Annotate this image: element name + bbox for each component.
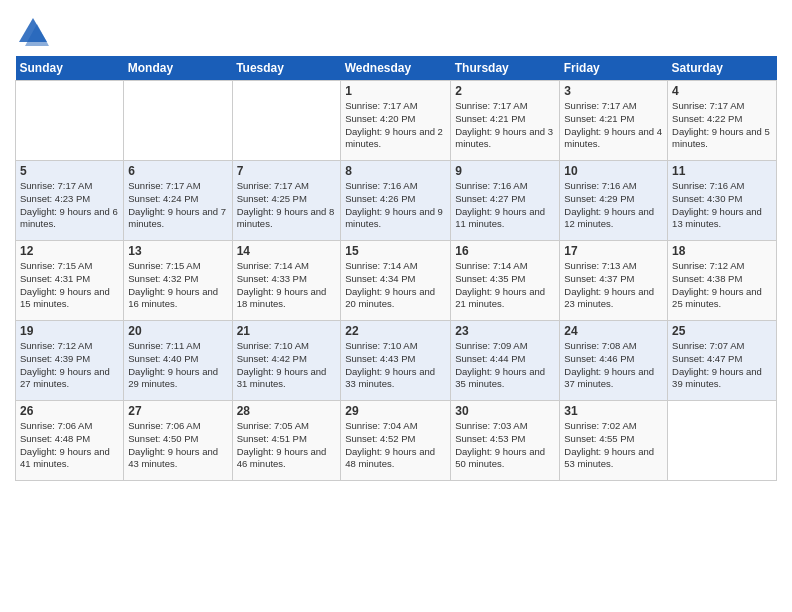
calendar-cell: 3Sunrise: 7:17 AM Sunset: 4:21 PM Daylig… (560, 81, 668, 161)
day-number: 29 (345, 404, 446, 418)
page-container: SundayMondayTuesdayWednesdayThursdayFrid… (0, 0, 792, 486)
calendar-cell: 29Sunrise: 7:04 AM Sunset: 4:52 PM Dayli… (341, 401, 451, 481)
header (15, 10, 777, 50)
day-info: Sunrise: 7:10 AM Sunset: 4:43 PM Dayligh… (345, 340, 446, 391)
day-info: Sunrise: 7:17 AM Sunset: 4:24 PM Dayligh… (128, 180, 227, 231)
day-number: 21 (237, 324, 337, 338)
day-info: Sunrise: 7:12 AM Sunset: 4:39 PM Dayligh… (20, 340, 119, 391)
calendar-cell: 15Sunrise: 7:14 AM Sunset: 4:34 PM Dayli… (341, 241, 451, 321)
calendar-week-row: 1Sunrise: 7:17 AM Sunset: 4:20 PM Daylig… (16, 81, 777, 161)
day-info: Sunrise: 7:16 AM Sunset: 4:29 PM Dayligh… (564, 180, 663, 231)
day-info: Sunrise: 7:03 AM Sunset: 4:53 PM Dayligh… (455, 420, 555, 471)
day-number: 3 (564, 84, 663, 98)
day-info: Sunrise: 7:14 AM Sunset: 4:33 PM Dayligh… (237, 260, 337, 311)
day-number: 18 (672, 244, 772, 258)
calendar-week-row: 12Sunrise: 7:15 AM Sunset: 4:31 PM Dayli… (16, 241, 777, 321)
day-info: Sunrise: 7:14 AM Sunset: 4:35 PM Dayligh… (455, 260, 555, 311)
day-number: 31 (564, 404, 663, 418)
day-info: Sunrise: 7:15 AM Sunset: 4:32 PM Dayligh… (128, 260, 227, 311)
calendar-cell: 1Sunrise: 7:17 AM Sunset: 4:20 PM Daylig… (341, 81, 451, 161)
logo (15, 14, 51, 50)
day-info: Sunrise: 7:06 AM Sunset: 4:48 PM Dayligh… (20, 420, 119, 471)
calendar-cell (668, 401, 777, 481)
calendar-cell: 24Sunrise: 7:08 AM Sunset: 4:46 PM Dayli… (560, 321, 668, 401)
calendar-cell: 13Sunrise: 7:15 AM Sunset: 4:32 PM Dayli… (124, 241, 232, 321)
calendar-cell: 10Sunrise: 7:16 AM Sunset: 4:29 PM Dayli… (560, 161, 668, 241)
day-number: 7 (237, 164, 337, 178)
day-number: 24 (564, 324, 663, 338)
calendar-cell: 14Sunrise: 7:14 AM Sunset: 4:33 PM Dayli… (232, 241, 341, 321)
calendar-cell: 20Sunrise: 7:11 AM Sunset: 4:40 PM Dayli… (124, 321, 232, 401)
day-info: Sunrise: 7:13 AM Sunset: 4:37 PM Dayligh… (564, 260, 663, 311)
weekday-header: Tuesday (232, 56, 341, 81)
day-number: 27 (128, 404, 227, 418)
day-info: Sunrise: 7:08 AM Sunset: 4:46 PM Dayligh… (564, 340, 663, 391)
logo-icon (15, 14, 51, 50)
calendar-cell (16, 81, 124, 161)
day-number: 10 (564, 164, 663, 178)
calendar-cell: 9Sunrise: 7:16 AM Sunset: 4:27 PM Daylig… (451, 161, 560, 241)
calendar-cell (232, 81, 341, 161)
day-info: Sunrise: 7:04 AM Sunset: 4:52 PM Dayligh… (345, 420, 446, 471)
calendar-cell: 2Sunrise: 7:17 AM Sunset: 4:21 PM Daylig… (451, 81, 560, 161)
day-number: 11 (672, 164, 772, 178)
day-number: 22 (345, 324, 446, 338)
day-info: Sunrise: 7:10 AM Sunset: 4:42 PM Dayligh… (237, 340, 337, 391)
calendar-cell: 25Sunrise: 7:07 AM Sunset: 4:47 PM Dayli… (668, 321, 777, 401)
day-number: 2 (455, 84, 555, 98)
calendar-cell: 11Sunrise: 7:16 AM Sunset: 4:30 PM Dayli… (668, 161, 777, 241)
day-number: 15 (345, 244, 446, 258)
header-row: SundayMondayTuesdayWednesdayThursdayFrid… (16, 56, 777, 81)
day-info: Sunrise: 7:17 AM Sunset: 4:23 PM Dayligh… (20, 180, 119, 231)
calendar-week-row: 5Sunrise: 7:17 AM Sunset: 4:23 PM Daylig… (16, 161, 777, 241)
day-number: 26 (20, 404, 119, 418)
day-number: 9 (455, 164, 555, 178)
day-number: 30 (455, 404, 555, 418)
day-number: 16 (455, 244, 555, 258)
day-number: 5 (20, 164, 119, 178)
day-info: Sunrise: 7:07 AM Sunset: 4:47 PM Dayligh… (672, 340, 772, 391)
day-info: Sunrise: 7:15 AM Sunset: 4:31 PM Dayligh… (20, 260, 119, 311)
day-number: 14 (237, 244, 337, 258)
day-info: Sunrise: 7:06 AM Sunset: 4:50 PM Dayligh… (128, 420, 227, 471)
weekday-header: Saturday (668, 56, 777, 81)
day-info: Sunrise: 7:17 AM Sunset: 4:22 PM Dayligh… (672, 100, 772, 151)
day-info: Sunrise: 7:11 AM Sunset: 4:40 PM Dayligh… (128, 340, 227, 391)
calendar-cell: 8Sunrise: 7:16 AM Sunset: 4:26 PM Daylig… (341, 161, 451, 241)
calendar-cell: 26Sunrise: 7:06 AM Sunset: 4:48 PM Dayli… (16, 401, 124, 481)
calendar-cell: 16Sunrise: 7:14 AM Sunset: 4:35 PM Dayli… (451, 241, 560, 321)
day-number: 1 (345, 84, 446, 98)
day-info: Sunrise: 7:02 AM Sunset: 4:55 PM Dayligh… (564, 420, 663, 471)
calendar-cell: 31Sunrise: 7:02 AM Sunset: 4:55 PM Dayli… (560, 401, 668, 481)
day-number: 12 (20, 244, 119, 258)
calendar-cell: 7Sunrise: 7:17 AM Sunset: 4:25 PM Daylig… (232, 161, 341, 241)
day-number: 25 (672, 324, 772, 338)
calendar-cell: 19Sunrise: 7:12 AM Sunset: 4:39 PM Dayli… (16, 321, 124, 401)
calendar-cell: 18Sunrise: 7:12 AM Sunset: 4:38 PM Dayli… (668, 241, 777, 321)
day-info: Sunrise: 7:09 AM Sunset: 4:44 PM Dayligh… (455, 340, 555, 391)
day-info: Sunrise: 7:14 AM Sunset: 4:34 PM Dayligh… (345, 260, 446, 311)
day-number: 17 (564, 244, 663, 258)
calendar-table: SundayMondayTuesdayWednesdayThursdayFrid… (15, 56, 777, 481)
day-number: 19 (20, 324, 119, 338)
day-info: Sunrise: 7:16 AM Sunset: 4:30 PM Dayligh… (672, 180, 772, 231)
calendar-cell: 30Sunrise: 7:03 AM Sunset: 4:53 PM Dayli… (451, 401, 560, 481)
calendar-week-row: 26Sunrise: 7:06 AM Sunset: 4:48 PM Dayli… (16, 401, 777, 481)
weekday-header: Thursday (451, 56, 560, 81)
calendar-week-row: 19Sunrise: 7:12 AM Sunset: 4:39 PM Dayli… (16, 321, 777, 401)
calendar-cell: 4Sunrise: 7:17 AM Sunset: 4:22 PM Daylig… (668, 81, 777, 161)
day-info: Sunrise: 7:17 AM Sunset: 4:20 PM Dayligh… (345, 100, 446, 151)
day-number: 6 (128, 164, 227, 178)
weekday-header: Sunday (16, 56, 124, 81)
day-number: 4 (672, 84, 772, 98)
calendar-cell: 28Sunrise: 7:05 AM Sunset: 4:51 PM Dayli… (232, 401, 341, 481)
day-number: 8 (345, 164, 446, 178)
day-info: Sunrise: 7:17 AM Sunset: 4:25 PM Dayligh… (237, 180, 337, 231)
calendar-cell (124, 81, 232, 161)
calendar-cell: 27Sunrise: 7:06 AM Sunset: 4:50 PM Dayli… (124, 401, 232, 481)
weekday-header: Monday (124, 56, 232, 81)
day-number: 23 (455, 324, 555, 338)
calendar-cell: 23Sunrise: 7:09 AM Sunset: 4:44 PM Dayli… (451, 321, 560, 401)
calendar-cell: 6Sunrise: 7:17 AM Sunset: 4:24 PM Daylig… (124, 161, 232, 241)
calendar-cell: 22Sunrise: 7:10 AM Sunset: 4:43 PM Dayli… (341, 321, 451, 401)
